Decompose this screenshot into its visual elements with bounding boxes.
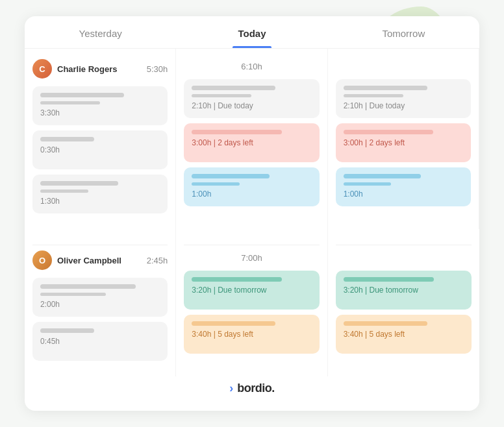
- separator: [336, 245, 472, 245]
- charlie-tm-card-3[interactable]: 1:00h: [336, 167, 471, 206]
- separator: [184, 245, 319, 245]
- task-bar: [344, 86, 427, 90]
- charlie-y-card-3[interactable]: 1:30h: [32, 175, 168, 214]
- task-bar: [192, 174, 270, 178]
- task-label: 2:10h | Due today: [192, 101, 311, 110]
- task-label: 3:20h | Due tomorrow: [344, 286, 464, 295]
- charlie-y-card-1[interactable]: 3:30h: [32, 86, 168, 125]
- oliver-user-row: O Oliver Campbell 2:45h: [32, 250, 168, 270]
- charlie-avatar: C: [32, 59, 52, 79]
- charlie-t-card-2[interactable]: 3:00h | 2 days left: [184, 123, 319, 162]
- task-bar: [344, 130, 433, 134]
- task-label: 3:20h | Due tomorrow: [192, 286, 311, 295]
- oliver-yesterday-col: O Oliver Campbell 2:45h 2:00h 0:45h: [25, 229, 176, 376]
- oliver-y-card-1[interactable]: 2:00h: [32, 278, 168, 317]
- task-bar: [192, 321, 275, 326]
- task-label: 1:00h: [192, 189, 311, 199]
- task-bar: [40, 93, 124, 97]
- main-card: Yesterday Today Tomorrow C Charlie Roger…: [25, 16, 479, 411]
- charlie-name: Charlie Rogers: [57, 64, 142, 74]
- charlie-y-card-2[interactable]: 0:30h: [32, 130, 168, 169]
- oliver-t-card-1[interactable]: 3:20h | Due tomorrow: [184, 271, 319, 310]
- charlie-t-card-3[interactable]: 1:00h: [184, 167, 319, 206]
- task-bar: [40, 328, 94, 333]
- task-bar: [344, 321, 428, 326]
- task-label: 3:40h | 5 days left: [192, 330, 311, 339]
- task-label: 1:30h: [40, 197, 160, 206]
- oliver-tomorrow-placeholder: [336, 250, 472, 263]
- task-label: 0:45h: [40, 337, 160, 346]
- task-bar: [344, 174, 422, 178]
- grid-body: C Charlie Rogers 5:30h 3:30h 0:30h 1:30h: [25, 49, 479, 376]
- separator: [32, 245, 168, 245]
- oliver-t-card-2[interactable]: 3:40h | 5 days left: [184, 315, 319, 354]
- task-label: 2:10h | Due today: [344, 101, 463, 110]
- oliver-yesterday-hours: 2:45h: [147, 256, 168, 265]
- task-bar: [344, 277, 434, 282]
- oliver-avatar: O: [32, 250, 52, 270]
- task-label: 3:30h: [40, 108, 160, 117]
- task-bar: [192, 130, 281, 134]
- column-headers: Yesterday Today Tomorrow: [25, 16, 479, 49]
- task-bar: [192, 86, 275, 90]
- oliver-today-total: 7:00h: [184, 250, 319, 263]
- charlie-tomorrow-col: 2:10h | Due today 3:00h | 2 days left 1:…: [328, 49, 479, 229]
- oliver-tm-card-1[interactable]: 3:20h | Due tomorrow: [336, 271, 472, 310]
- task-bar: [40, 137, 94, 141]
- oliver-tomorrow-col: 3:20h | Due tomorrow 3:40h | 5 days left: [328, 229, 479, 376]
- task-bar-2: [40, 293, 106, 296]
- task-bar-2: [40, 189, 88, 193]
- task-label: 3:40h | 5 days left: [344, 330, 464, 339]
- header-tomorrow[interactable]: Tomorrow: [328, 28, 479, 48]
- task-label: 3:00h | 2 days left: [344, 138, 463, 147]
- oliver-y-card-2[interactable]: 0:45h: [32, 322, 168, 361]
- charlie-today-col: 6:10h 2:10h | Due today 3:00h | 2 days l…: [176, 49, 327, 229]
- task-bar: [40, 181, 118, 186]
- task-bar-2: [344, 182, 392, 186]
- oliver-name: Oliver Campbell: [57, 256, 142, 265]
- task-label: 1:00h: [344, 189, 463, 199]
- task-bar-2: [344, 94, 403, 97]
- task-bar: [192, 277, 281, 282]
- charlie-user-row: C Charlie Rogers 5:30h: [32, 59, 168, 79]
- charlie-t-card-1[interactable]: 2:10h | Due today: [184, 79, 319, 118]
- charlie-today-total: 6:10h: [184, 59, 319, 71]
- oliver-today-col: 7:00h 3:20h | Due tomorrow 3:40h | 5 day…: [176, 229, 327, 376]
- task-bar: [40, 284, 136, 289]
- footer: › bordio.: [25, 376, 479, 395]
- charlie-tm-card-2[interactable]: 3:00h | 2 days left: [336, 123, 471, 162]
- charlie-tomorrow-placeholder: [336, 59, 471, 71]
- task-bar-2: [192, 182, 240, 186]
- task-bar-2: [40, 101, 100, 104]
- header-today[interactable]: Today: [176, 28, 327, 48]
- task-label: 3:00h | 2 days left: [192, 138, 311, 147]
- task-label: 2:00h: [40, 300, 160, 309]
- header-yesterday[interactable]: Yesterday: [25, 28, 176, 48]
- brand-logo: bordio.: [237, 382, 275, 395]
- task-bar-2: [192, 94, 251, 97]
- charlie-yesterday-hours: 5:30h: [147, 64, 168, 74]
- charlie-yesterday-col: C Charlie Rogers 5:30h 3:30h 0:30h 1:30h: [25, 49, 176, 229]
- oliver-tm-card-2[interactable]: 3:40h | 5 days left: [336, 315, 472, 354]
- task-label: 0:30h: [40, 145, 160, 154]
- brand-chevron-icon: ›: [229, 382, 233, 395]
- charlie-tm-card-1[interactable]: 2:10h | Due today: [336, 79, 471, 118]
